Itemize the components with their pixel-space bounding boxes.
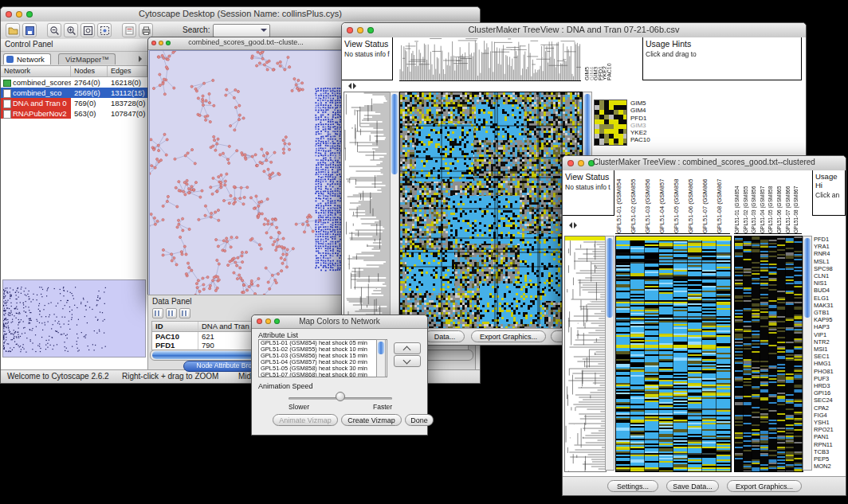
annotation-icon[interactable] bbox=[122, 23, 136, 37]
printer-icon[interactable] bbox=[139, 23, 153, 37]
move-up-button[interactable] bbox=[394, 342, 421, 354]
gene-label[interactable]: NIS1 bbox=[814, 279, 846, 287]
zoom-in-icon[interactable] bbox=[64, 23, 78, 37]
zoom-out-icon[interactable] bbox=[47, 23, 61, 37]
gene-label[interactable]: GIM5 bbox=[630, 100, 662, 107]
array-label[interactable]: GPL51-07 (GSM866 bbox=[701, 170, 716, 233]
gene-label[interactable]: TCB3 bbox=[814, 448, 846, 455]
col-nodes[interactable]: Nodes bbox=[71, 66, 108, 76]
col-network[interactable]: Network bbox=[1, 66, 71, 76]
create-vizmap-button[interactable]: Create Vizmap bbox=[341, 414, 402, 426]
array-label[interactable]: GPL51-08 (GSM867 bbox=[716, 170, 730, 233]
gene-label[interactable]: YRA1 bbox=[814, 243, 846, 250]
array-label[interactable]: GPL51-05 (GSM858 bbox=[768, 170, 776, 233]
row-dendrogram-canvas[interactable] bbox=[344, 92, 391, 330]
array-label[interactable]: GPL51-08 (GSM867 bbox=[793, 170, 802, 233]
create-attribute-icon[interactable] bbox=[166, 308, 177, 318]
array-label[interactable]: GPL51-05 (GSM858 bbox=[673, 170, 687, 233]
nav-left-icon[interactable] bbox=[345, 83, 351, 89]
tree-nav-arrows[interactable] bbox=[564, 221, 580, 229]
attribute-list-item[interactable]: GPL51-07 (GSM868) heat shock 60 min bbox=[261, 372, 387, 377]
gene-label[interactable]: CLN1 bbox=[814, 272, 846, 279]
gene-label[interactable]: GIM5 bbox=[584, 37, 589, 80]
treeview-dna-titlebar[interactable]: ClusterMaker TreeView : DNA and Tran 07-… bbox=[342, 23, 806, 38]
array-label[interactable]: GPL51-04 (GSM857 bbox=[760, 170, 768, 233]
gene-label[interactable]: MSL1 bbox=[814, 258, 846, 265]
gene-label[interactable]: NTR2 bbox=[814, 338, 846, 346]
gene-label[interactable]: KAP95 bbox=[814, 316, 846, 323]
gene-label[interactable]: PAC10 bbox=[607, 37, 611, 80]
gene-label[interactable]: CPA2 bbox=[814, 404, 846, 412]
array-label[interactable]: GPL51-03 (GSM856 bbox=[751, 170, 760, 233]
network-overview-thumbnail[interactable] bbox=[2, 279, 146, 357]
array-label[interactable]: GPL51-06 (GSM865 bbox=[776, 170, 785, 233]
slider-handle[interactable] bbox=[336, 392, 345, 401]
col-edges[interactable]: Edges bbox=[108, 66, 147, 76]
heatmap-scrollbar[interactable] bbox=[803, 236, 812, 471]
array-label[interactable]: GPL51-06 (GSM865 bbox=[687, 170, 701, 233]
treeview-combined-titlebar[interactable]: ClusterMaker TreeView : combined_scores_… bbox=[563, 156, 846, 171]
col-id[interactable]: ID bbox=[152, 322, 198, 331]
gene-label[interactable]: RPN11 bbox=[814, 441, 846, 448]
secondary-heatmap-canvas[interactable] bbox=[734, 236, 803, 472]
array-label[interactable]: GPL51-01 (GSM854 bbox=[615, 170, 630, 233]
network-row[interactable]: combined_sco2569(6)13112(15) bbox=[1, 88, 147, 98]
gene-label[interactable]: VIP1 bbox=[814, 331, 846, 338]
array-label[interactable]: GPL51-07 (GSM866 bbox=[785, 170, 794, 233]
open-folder-icon[interactable] bbox=[6, 23, 20, 37]
search-input[interactable] bbox=[213, 24, 270, 37]
array-label[interactable]: GPL51-03 (GSM856 bbox=[644, 170, 658, 233]
dendrogram-scrollbar[interactable] bbox=[390, 92, 399, 329]
delete-attribute-icon[interactable] bbox=[179, 308, 190, 318]
gene-label[interactable]: MAK31 bbox=[814, 302, 846, 309]
gene-label[interactable]: GIM4 bbox=[630, 107, 662, 114]
gene-label[interactable]: SEC24 bbox=[814, 397, 846, 404]
done-button[interactable]: Done bbox=[405, 414, 434, 426]
gene-label[interactable]: GPI16 bbox=[814, 389, 846, 397]
gene-label[interactable]: HAP3 bbox=[814, 323, 846, 330]
array-label[interactable]: GPL51-02 (GSM855 bbox=[630, 170, 644, 233]
gene-label[interactable]: ELG1 bbox=[814, 295, 846, 302]
gene-label[interactable]: YSH1 bbox=[814, 419, 846, 426]
array-label[interactable]: GPL51-01 (GSM854 bbox=[734, 170, 743, 233]
gene-label[interactable]: PFD1 bbox=[630, 115, 662, 122]
tab-network[interactable]: Network bbox=[3, 53, 51, 64]
gene-label[interactable]: PFD1 bbox=[814, 236, 846, 243]
network-graph-canvas[interactable] bbox=[149, 50, 343, 295]
gene-label[interactable]: GIM3 bbox=[630, 122, 662, 129]
network-row[interactable]: RNAPuberNov2563(0)107847(0) bbox=[1, 108, 147, 119]
gene-label[interactable]: SPC98 bbox=[814, 265, 846, 272]
gene-label[interactable]: GTB1 bbox=[814, 309, 846, 316]
gene-label[interactable]: PEP5 bbox=[814, 455, 846, 463]
array-label[interactable]: GPL51-02 (GSM855 bbox=[743, 170, 752, 233]
select-attributes-icon[interactable] bbox=[152, 308, 163, 318]
gene-label[interactable]: BUD4 bbox=[814, 287, 846, 294]
main-titlebar[interactable]: Cytoscape Desktop (Session Name: collins… bbox=[1, 7, 480, 22]
network-row[interactable]: combined_scores2764(0)16218(0) bbox=[1, 77, 147, 88]
gene-label[interactable]: MSI1 bbox=[814, 346, 846, 353]
gene-label[interactable]: PUF3 bbox=[814, 375, 846, 382]
gene-label[interactable]: PHO81 bbox=[814, 368, 846, 375]
nav-right-icon[interactable] bbox=[574, 222, 580, 229]
gene-label[interactable]: PAN1 bbox=[814, 433, 846, 440]
export-graphics-button[interactable]: Export Graphics... bbox=[727, 480, 802, 492]
network-view-titlebar[interactable]: combined_scores_good.txt--cluste... bbox=[148, 37, 344, 50]
dialog-titlebar[interactable]: Map Colors to Network bbox=[252, 315, 427, 329]
gene-label[interactable]: RNR4 bbox=[814, 250, 846, 257]
gene-label[interactable]: RPO21 bbox=[814, 426, 846, 433]
gene-label[interactable]: YKE2 bbox=[630, 129, 662, 136]
gene-label[interactable]: GIM3 bbox=[593, 37, 598, 80]
tab-overflow-icon[interactable] bbox=[139, 56, 145, 62]
gene-label[interactable]: SEC1 bbox=[814, 353, 846, 360]
array-label[interactable]: GPL51-04 (GSM857 bbox=[658, 170, 673, 233]
zoom-selected-icon[interactable] bbox=[97, 23, 112, 37]
attribute-list-scrollbar[interactable] bbox=[376, 339, 386, 377]
save-icon[interactable] bbox=[22, 23, 37, 37]
tab-vizmapper[interactable]: VizMapper™ bbox=[58, 53, 116, 64]
settings-button[interactable]: Settings... bbox=[607, 480, 658, 492]
row-dendrogram-canvas[interactable] bbox=[564, 236, 607, 472]
gene-label[interactable]: HMG1 bbox=[814, 360, 846, 367]
dendrogram-scrollbar[interactable] bbox=[605, 236, 614, 471]
zoom-fit-icon[interactable] bbox=[80, 23, 95, 37]
gene-label[interactable]: PAC10 bbox=[630, 136, 662, 143]
